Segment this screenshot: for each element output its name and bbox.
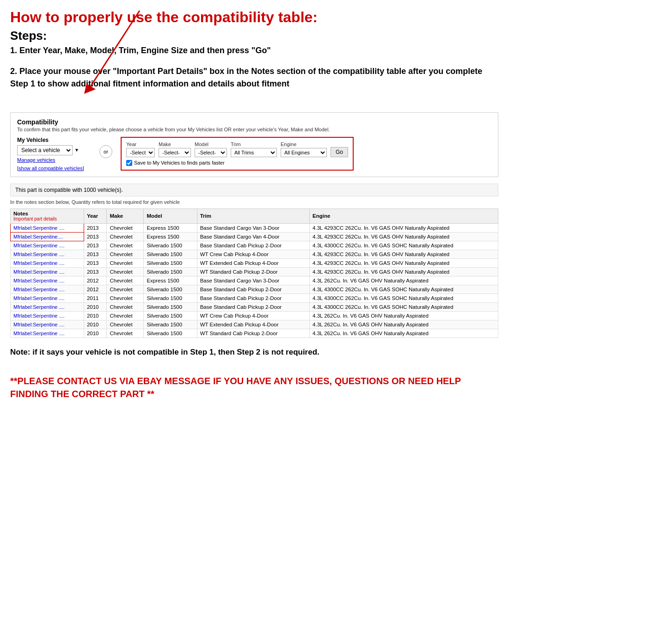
notes-cell: Mfrlabel:Serpentine .... (11, 241, 84, 250)
compat-subtitle: To confirm that this part fits your vehi… (17, 127, 491, 132)
quantity-note: In the notes section below, Quantity ref… (10, 199, 498, 205)
main-title: How to properly use the compatibility ta… (10, 8, 498, 26)
table-row: Mfrlabel:Serpentine ....2013ChevroletSil… (11, 258, 498, 267)
year-select[interactable]: -Select- (126, 148, 155, 157)
col-notes: Notes Important part details (11, 209, 84, 223)
table-row: Mfrlabel:Serpentine ....2013ChevroletSil… (11, 241, 498, 250)
model-field-group: Model -Select- (195, 141, 227, 157)
step1-text: 1. Enter Year, Make, Model, Trim, Engine… (10, 45, 498, 56)
engine-select[interactable]: All Engines (281, 148, 327, 157)
table-row: Mfrlabel:Serpentine ....2013ChevroletExp… (11, 223, 498, 232)
manage-vehicles-link[interactable]: Manage vehicles (17, 157, 91, 163)
year-make-row: Year -Select- Make -Select- Model - (126, 141, 348, 157)
save-checkbox-row: Save to My Vehicles to finds parts faste… (126, 160, 348, 166)
make-label: Make (159, 141, 191, 147)
notes-cell: Mfrlabel:Serpentine .... (11, 329, 84, 337)
table-row: Mfrlabel:Serpentine ....2010ChevroletSil… (11, 329, 498, 337)
col-model: Model (144, 209, 197, 223)
compat-table: Notes Important part details Year Make M… (10, 209, 498, 338)
table-row: Mfrlabel:Serpentine....2013ChevroletExpr… (11, 232, 498, 241)
notes-cell: Mfrlabel:Serpentine.... (11, 232, 84, 241)
compat-title: Compatibility (17, 118, 491, 126)
notes-subheader: Important part details (13, 216, 81, 221)
notes-cell: Mfrlabel:Serpentine .... (11, 267, 84, 276)
step2-text: 2. Place your mouse over "Important Part… (10, 65, 498, 90)
notes-cell: Mfrlabel:Serpentine .... (11, 285, 84, 294)
steps-heading: Steps: (10, 29, 498, 43)
col-trim: Trim (197, 209, 309, 223)
table-row: Mfrlabel:Serpentine ....2010ChevroletSil… (11, 302, 498, 311)
year-label: Year (126, 141, 155, 147)
table-row: Mfrlabel:Serpentine ....2012ChevroletExp… (11, 276, 498, 285)
compat-info-bar: This part is compatible with 1000 vehicl… (10, 184, 498, 196)
trim-field-group: Trim All Trims (231, 141, 277, 157)
make-select[interactable]: -Select- (159, 148, 191, 157)
table-row: Mfrlabel:Serpentine ....2010ChevroletSil… (11, 311, 498, 320)
my-vehicles-label: My Vehicles (17, 137, 91, 143)
show-all-vehicles-link[interactable]: [show all compatible vehicles] (17, 166, 91, 171)
notes-cell: Mfrlabel:Serpentine .... (11, 320, 84, 329)
engine-label: Engine (281, 141, 327, 147)
dropdown-arrow-icon: ▼ (74, 147, 79, 153)
save-label: Save to My Vehicles to finds parts faste… (134, 160, 225, 166)
notes-cell: Mfrlabel:Serpentine .... (11, 258, 84, 267)
table-row: Mfrlabel:Serpentine ....2010ChevroletSil… (11, 320, 498, 329)
table-header-row: Notes Important part details Year Make M… (11, 209, 498, 223)
col-year: Year (84, 209, 107, 223)
year-field-group: Year -Select- (126, 141, 155, 157)
compatibility-section: Compatibility To confirm that this part … (10, 112, 498, 177)
model-label: Model (195, 141, 227, 147)
model-select[interactable]: -Select- (195, 148, 227, 157)
make-field-group: Make -Select- (159, 141, 191, 157)
note-text: Note: if it says your vehicle is not com… (10, 346, 498, 358)
trim-label: Trim (231, 141, 277, 147)
engine-field-group: Engine All Engines (281, 141, 327, 157)
table-row: Mfrlabel:Serpentine ....2012ChevroletSil… (11, 285, 498, 294)
notes-cell: Mfrlabel:Serpentine .... (11, 223, 84, 232)
col-engine: Engine (310, 209, 498, 223)
compat-controls: My Vehicles Select a vehicle ▼ Manage ve… (17, 137, 491, 171)
notes-cell: Mfrlabel:Serpentine .... (11, 302, 84, 311)
table-row: Mfrlabel:Serpentine ....2013ChevroletSil… (11, 250, 498, 258)
vehicle-select-dropdown[interactable]: Select a vehicle (17, 145, 73, 155)
save-checkbox[interactable] (126, 160, 132, 166)
notes-cell: Mfrlabel:Serpentine .... (11, 294, 84, 302)
table-row: Mfrlabel:Serpentine ....2011ChevroletSil… (11, 294, 498, 302)
col-make: Make (107, 209, 144, 223)
table-row: Mfrlabel:Serpentine ....2013ChevroletSil… (11, 267, 498, 276)
notes-cell: Mfrlabel:Serpentine .... (11, 311, 84, 320)
go-button[interactable]: Go (331, 147, 348, 157)
vehicle-select-row: Select a vehicle ▼ (17, 145, 91, 155)
notes-cell: Mfrlabel:Serpentine .... (11, 276, 84, 285)
notes-cell: Mfrlabel:Serpentine .... (11, 250, 84, 258)
year-make-form: Year -Select- Make -Select- Model - (121, 137, 354, 171)
trim-select[interactable]: All Trims (231, 148, 277, 157)
or-divider: or (99, 145, 112, 158)
contact-text: **PLEASE CONTACT US VIA EBAY MESSAGE IF … (10, 374, 498, 400)
my-vehicles-block: My Vehicles Select a vehicle ▼ Manage ve… (17, 137, 91, 171)
notes-header-label: Notes (13, 211, 28, 216)
